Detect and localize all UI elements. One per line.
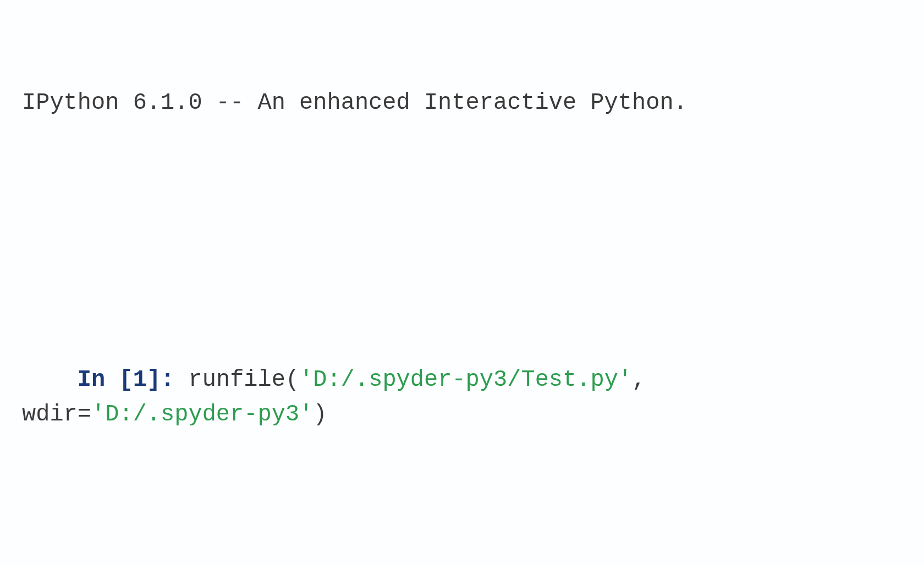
ipython-header: IPython 6.1.0 -- An enhanced Interactive… bbox=[22, 86, 902, 120]
paren-close: ) bbox=[313, 401, 327, 428]
wdir-path: 'D:/.spyder-py3' bbox=[91, 401, 313, 428]
prompt-number: 1 bbox=[133, 367, 147, 393]
wdir-kwarg: wdir= bbox=[22, 401, 91, 428]
ipython-console[interactable]: IPython 6.1.0 -- An enhanced Interactive… bbox=[22, 16, 902, 565]
runfile-func: runfile( bbox=[174, 367, 299, 393]
blank-line bbox=[22, 190, 902, 224]
prompt-bracket-open: [ bbox=[119, 367, 133, 393]
runfile-path: 'D:/.spyder-py3/Test.py' bbox=[299, 367, 632, 393]
prompt-in-label: In bbox=[78, 367, 119, 393]
cell-1: In [1]: runfile('D:/.spyder-py3/Test.py'… bbox=[22, 328, 902, 467]
prompt-bracket-close: ]: bbox=[147, 367, 174, 393]
comma-sep: , bbox=[632, 367, 659, 393]
